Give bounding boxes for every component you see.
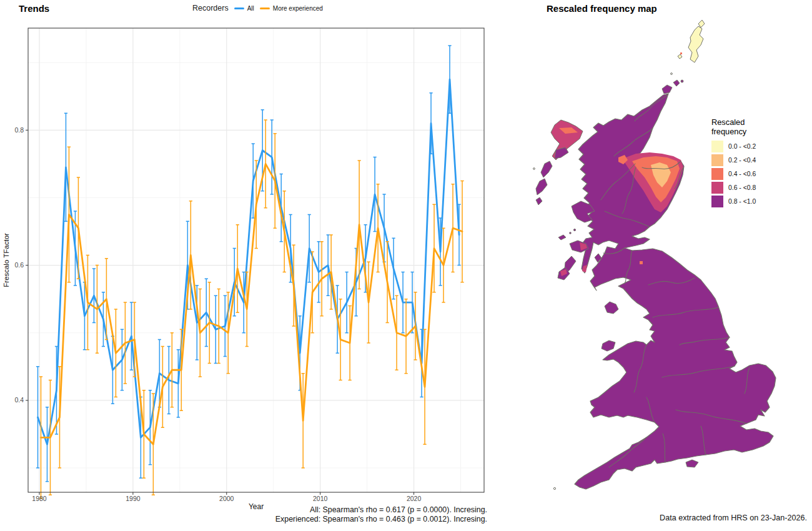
map-legend: Rescaled frequency 0.0 - <0.2 0.2 - <0.4… [711,117,793,209]
legend-swatch-0.4-0.6 [711,168,723,180]
map-legend-title: Rescaled frequency [711,117,761,136]
map-legend-row: 0.8 - <1.0 [711,196,793,207]
legend-label-0.4-0.6: 0.4 - <0.6 [728,171,756,177]
map-region-shetland-north [698,20,705,27]
map-region-orkney-north [673,80,680,86]
map-region-anglesey [602,340,615,351]
map-region-small-isles [573,229,575,231]
legend-swatch-0.0-0.2 [711,141,723,152]
y-tick-label: 0.4 [14,396,24,404]
x-tick-label: 2010 [313,495,328,502]
map-region-south-uist [536,179,547,195]
app-canvas: Trends Recorders All More experienced 19… [0,0,812,531]
map-legend-row: 0.4 - <0.6 [711,168,793,180]
axis-ticks: 198019902000201020200.40.60.8 [14,126,421,502]
legend-swatch-0.8-1.0 [711,196,723,207]
map-region-orkney-isle [681,80,683,82]
map-legend-row: 0.2 - <0.4 [711,154,793,166]
legend-swatch-0.6-0.8 [711,182,723,194]
map-legend-row: 0.0 - <0.2 [711,141,793,152]
map-region-shetland-west-isle [678,54,682,59]
map-legend-row: 0.6 - <0.8 [711,182,793,194]
errorbars-all [36,46,461,482]
plot-border [28,28,484,492]
x-tick-label: 1980 [32,495,47,502]
trends-caption: All: Spearman's rho = 0.617 (p = 0.0000)… [187,505,487,524]
y-axis-title: Frescalo TFactor [2,233,10,287]
map-panel-title: Rescaled frequency map [547,3,657,14]
y-tick-label: 0.6 [14,261,24,269]
x-tick-label: 1990 [126,495,141,502]
map-caption: Data extracted from HRS on 23-Jan-2026. [660,514,807,522]
map-region-north-uist [541,161,552,177]
map-region-st-kilda [533,168,535,170]
map-region-isle-of-wight [686,460,698,467]
legend-label-0.6-0.8: 0.6 - <0.8 [728,184,756,191]
map-region-tiree [558,235,566,240]
map-region-orkney [662,85,672,94]
map-region-fair-isle [671,73,673,75]
legend-swatch-0.2-0.4 [711,154,723,166]
y-tick-label: 0.8 [14,126,24,134]
trends-caption-line-experienced: Experienced: Spearman's rho = 0.463 (p =… [187,515,487,524]
x-tick-label: 2020 [407,495,422,502]
map-patch-borders-dot [640,261,643,264]
map-region-shetland [688,26,703,62]
legend-label-0.0-0.2: 0.0 - <0.2 [728,143,756,150]
legend-label-0.8-1.0: 0.8 - <1.0 [728,198,756,205]
trends-caption-line-all: All: Spearman's rho = 0.617 (p = 0.0000)… [187,505,487,515]
map-patch-shetland-speck [680,52,682,54]
uk-frequency-map [531,19,806,519]
x-tick-label: 2000 [219,495,234,502]
map-region-scilly [553,487,555,489]
trend-line-all [37,79,459,444]
map-region-small-isles-2 [570,232,572,234]
map-region-isle-of-man [605,302,618,314]
trends-line-chart: 198019902000201020200.40.60.8YearFrescal… [0,0,493,512]
gridlines [28,28,484,492]
legend-label-0.2-0.4: 0.2 - <0.4 [728,157,756,164]
map-region-barra [536,197,542,205]
